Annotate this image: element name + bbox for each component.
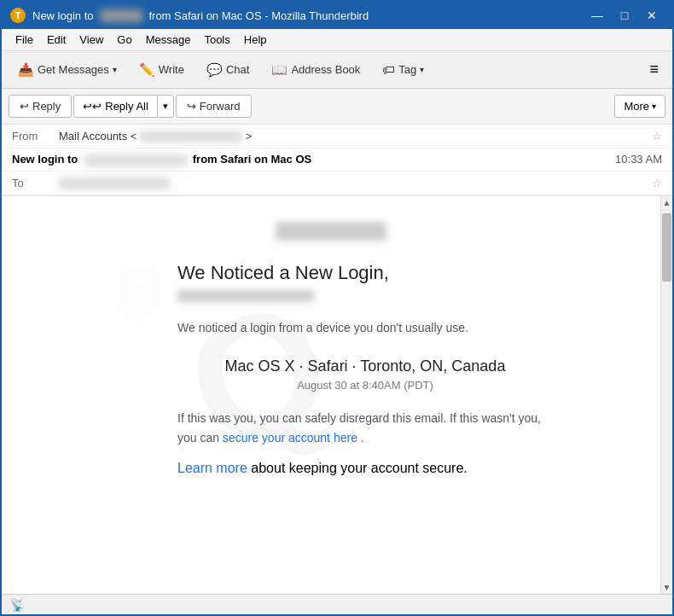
email-description: We noticed a login from a device you don… bbox=[177, 319, 553, 337]
status-bar: 📡 bbox=[2, 594, 672, 614]
email-main-content: We Noticed a New Login, We noticed a log… bbox=[177, 261, 553, 476]
scroll-thumb[interactable] bbox=[662, 213, 671, 282]
from-row: From Mail Accounts < > ☆ bbox=[2, 125, 672, 148]
device-line: Mac OS X · Safari · Toronto, ON, Canada bbox=[177, 357, 553, 375]
reply-all-icon: ↩↩ bbox=[83, 100, 102, 113]
tag-button[interactable]: 🏷 Tag ▾ bbox=[373, 57, 433, 82]
tag-dropdown-icon: ▾ bbox=[420, 65, 424, 74]
to-label: To bbox=[12, 177, 59, 189]
write-label: Write bbox=[159, 63, 184, 76]
menu-bar: File Edit View Go Message Tools Help bbox=[2, 29, 672, 51]
scrollbar[interactable]: ▲ ▼ bbox=[660, 196, 672, 594]
more-button[interactable]: More ▾ bbox=[614, 95, 665, 118]
close-button[interactable]: ✕ bbox=[640, 7, 664, 24]
body-text-paragraph: If this was you, you can safely disregar… bbox=[177, 409, 553, 447]
device-info: Mac OS X · Safari · Toronto, ON, Canada … bbox=[177, 357, 553, 392]
sender-logo bbox=[276, 222, 386, 241]
device-date: August 30 at 8:40AM (PDT) bbox=[177, 379, 553, 392]
menu-tools[interactable]: Tools bbox=[197, 32, 236, 48]
forward-icon: ↪ bbox=[187, 100, 196, 113]
reply-button[interactable]: ↩ Reply bbox=[9, 95, 72, 118]
tag-label: Tag bbox=[398, 63, 416, 76]
more-dropdown-icon: ▾ bbox=[652, 102, 656, 111]
menu-view[interactable]: View bbox=[73, 32, 110, 48]
chat-button[interactable]: 💬 Chat bbox=[197, 57, 259, 83]
from-label: From bbox=[12, 130, 59, 142]
get-messages-button[interactable]: 📥 Get Messages ▾ bbox=[9, 57, 126, 83]
address-book-icon: 📖 bbox=[271, 62, 288, 78]
tag-icon: 🏷 bbox=[382, 62, 395, 77]
email-heading: We Noticed a New Login, bbox=[177, 261, 553, 286]
scroll-down-button[interactable]: ▼ bbox=[661, 580, 672, 594]
learn-more-suffix: about keeping your account secure. bbox=[251, 461, 468, 475]
reply-icon: ↩ bbox=[20, 100, 29, 113]
connectivity-icon: 📡 bbox=[10, 598, 25, 612]
secure-account-link[interactable]: secure your account here bbox=[223, 431, 357, 445]
reply-all-main-button[interactable]: ↩↩ Reply All bbox=[74, 96, 158, 117]
menu-help[interactable]: Help bbox=[237, 32, 274, 48]
email-body: Q bbox=[2, 196, 660, 594]
minimize-button[interactable]: — bbox=[585, 7, 609, 24]
title-bar: T New login to from Safari on Mac OS - M… bbox=[2, 2, 672, 29]
reply-all-split-button[interactable]: ↩↩ Reply All ▾ bbox=[73, 95, 174, 118]
from-value: Mail Accounts < > bbox=[59, 130, 647, 143]
subject-row: New login to from Safari on Mac OS 10:33… bbox=[2, 148, 672, 171]
reply-all-dropdown-button[interactable]: ▾ bbox=[158, 96, 173, 116]
get-messages-icon: 📥 bbox=[18, 62, 34, 78]
window-title: New login to from Safari on Mac OS - Moz… bbox=[32, 9, 369, 22]
hamburger-menu-button[interactable]: ≡ bbox=[642, 57, 665, 82]
address-book-button[interactable]: 📖 Address Book bbox=[262, 57, 369, 83]
sender-logo-area bbox=[109, 222, 553, 244]
maximize-button[interactable]: □ bbox=[613, 7, 636, 24]
subject-value: New login to from Safari on Mac OS bbox=[12, 153, 311, 166]
chat-icon: 💬 bbox=[206, 62, 223, 78]
title-bar-left: T New login to from Safari on Mac OS - M… bbox=[10, 8, 369, 23]
from-star-icon[interactable]: ☆ bbox=[652, 130, 662, 142]
to-star-icon[interactable]: ☆ bbox=[652, 177, 662, 189]
email-subheading bbox=[177, 290, 314, 302]
chat-label: Chat bbox=[226, 63, 249, 76]
forward-label: Forward bbox=[200, 100, 241, 113]
menu-message[interactable]: Message bbox=[139, 32, 198, 48]
app-icon: T bbox=[10, 8, 26, 23]
menu-edit[interactable]: Edit bbox=[40, 32, 73, 48]
reply-all-label: Reply All bbox=[105, 100, 148, 113]
learn-more-section: Learn more about keeping your account se… bbox=[177, 461, 553, 476]
action-bar-right: More ▾ bbox=[614, 95, 665, 118]
main-toolbar: 📥 Get Messages ▾ ✏️ Write 💬 Chat 📖 Addre… bbox=[2, 51, 672, 89]
get-messages-dropdown-icon: ▾ bbox=[113, 65, 117, 74]
window-controls: — □ ✕ bbox=[585, 7, 664, 24]
menu-go[interactable]: Go bbox=[110, 32, 138, 48]
scroll-up-button[interactable]: ▲ bbox=[661, 196, 672, 210]
main-window: T New login to from Safari on Mac OS - M… bbox=[0, 0, 674, 616]
email-body-wrapper: Q bbox=[2, 196, 672, 594]
to-row: To ☆ bbox=[2, 171, 672, 195]
to-value bbox=[59, 176, 647, 189]
email-header: From Mail Accounts < > ☆ New login to fr… bbox=[2, 125, 672, 196]
action-bar: ↩ Reply ↩↩ Reply All ▾ ↪ Forward More ▾ bbox=[2, 89, 672, 125]
shield-icon bbox=[113, 264, 165, 324]
forward-button[interactable]: ↪ Forward bbox=[176, 95, 252, 118]
get-messages-label: Get Messages bbox=[38, 63, 109, 76]
more-label: More bbox=[624, 100, 649, 113]
body-part2: . bbox=[361, 431, 364, 445]
write-icon: ✏️ bbox=[139, 62, 155, 78]
email-content: We Noticed a New Login, We noticed a log… bbox=[92, 213, 570, 485]
address-book-label: Address Book bbox=[291, 63, 360, 76]
menu-file[interactable]: File bbox=[9, 32, 40, 48]
email-timestamp: 10:33 AM bbox=[615, 153, 662, 166]
reply-label: Reply bbox=[32, 100, 61, 113]
learn-more-link[interactable]: Learn more bbox=[177, 461, 247, 475]
write-button[interactable]: ✏️ Write bbox=[130, 57, 194, 83]
